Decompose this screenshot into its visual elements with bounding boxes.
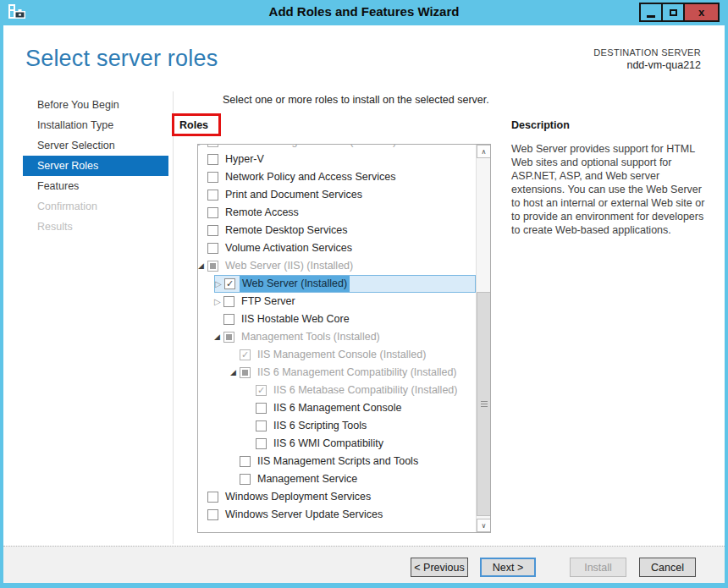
- tree-item-label: Windows Server Update Services: [223, 507, 385, 523]
- tree-row-body: Windows Server Update Services: [198, 506, 476, 524]
- checkbox-checked[interactable]: ✓: [224, 278, 235, 289]
- scroll-up-button[interactable]: ∧: [477, 145, 491, 158]
- tree-row-management-tools-installed[interactable]: ◢Management Tools (Installed): [198, 328, 476, 346]
- checkbox-unchecked[interactable]: [207, 509, 218, 520]
- indent-spacer: [198, 293, 214, 310]
- collapsed-triangle-icon[interactable]: ▷: [198, 144, 207, 151]
- tree-row-network-policy-and-access-services[interactable]: Network Policy and Access Services: [198, 168, 476, 186]
- tree-row-body: IIS Hostable Web Core: [214, 310, 476, 328]
- tree-row-file-and-storage-services-installed[interactable]: ▷File And Storage Services (Installed): [198, 144, 476, 151]
- tree-item-label: Volume Activation Services: [223, 240, 355, 256]
- checkbox-unchecked[interactable]: [207, 243, 218, 254]
- expanded-triangle-icon[interactable]: ◢: [230, 364, 240, 382]
- cancel-button[interactable]: Cancel: [639, 558, 696, 577]
- tree-item-label: Web Server (IIS) (Installed): [223, 258, 356, 274]
- checkbox-indeterminate[interactable]: [223, 332, 234, 343]
- checkbox-unchecked[interactable]: [256, 420, 267, 431]
- tree-row-management-service[interactable]: Management Service: [198, 470, 476, 488]
- tree-row-iis-management-scripts-and-tools[interactable]: IIS Management Scripts and Tools: [198, 453, 476, 470]
- checkbox-unchecked[interactable]: [256, 438, 267, 449]
- collapsed-triangle-icon[interactable]: ▷: [214, 293, 223, 310]
- tree-item-label: IIS Hostable Web Core: [239, 311, 352, 327]
- sidebar-item-before-you-begin[interactable]: Before You Begin: [23, 95, 168, 115]
- tree-row-iis-management-console-installed[interactable]: ✓IIS Management Console (Installed): [198, 346, 476, 364]
- sidebar-item-server-selection[interactable]: Server Selection: [23, 135, 168, 156]
- tree-item-label: IIS 6 Scripting Tools: [271, 418, 369, 434]
- tree-row-volume-activation-services[interactable]: Volume Activation Services: [198, 239, 476, 257]
- footer-bar: < Previous Next > Install Cancel: [3, 546, 725, 583]
- indent-spacer: [198, 382, 246, 399]
- checkbox-unchecked[interactable]: [240, 456, 251, 467]
- expanded-triangle-icon[interactable]: ◢: [214, 328, 223, 346]
- tree-row-iis-6-wmi-compatibility[interactable]: IIS 6 WMI Compatibility: [198, 435, 476, 453]
- titlebar[interactable]: Add Roles and Features Wizard x: [0, 0, 728, 25]
- tree-item-label: Hyper-V: [223, 151, 267, 168]
- tree-row-body: Hyper-V: [198, 151, 476, 168]
- tree-row-iis-6-scripting-tools[interactable]: IIS 6 Scripting Tools: [198, 417, 476, 435]
- tree-row-iis-6-metabase-compatibility-installed[interactable]: ✓IIS 6 Metabase Compatibility (Installed…: [198, 382, 476, 399]
- wizard-client-area: Select server roles DESTINATION SERVER n…: [3, 25, 725, 583]
- tree-row-web-server-iis-installed[interactable]: ◢Web Server (IIS) (Installed): [198, 257, 476, 275]
- checkbox-indeterminate[interactable]: [240, 367, 251, 378]
- minimize-button[interactable]: [639, 3, 663, 22]
- tree-row-ftp-server[interactable]: ▷FTP Server: [198, 293, 476, 310]
- tree-row-web-server-installed[interactable]: ▷✓Web Server (Installed): [198, 275, 476, 293]
- tree-row-body: ▷✓Web Server (Installed): [214, 275, 476, 293]
- sidebar-item-results: Results: [23, 217, 168, 237]
- tree-row-iis-hostable-web-core[interactable]: IIS Hostable Web Core: [198, 310, 476, 328]
- tree-row-body: Windows Deployment Services: [198, 488, 476, 506]
- scrollbar-thumb[interactable]: [477, 292, 491, 516]
- checkbox-unchecked[interactable]: [240, 474, 251, 485]
- next-button[interactable]: Next >: [480, 558, 536, 577]
- window-controls: x: [641, 3, 720, 22]
- collapsed-triangle-icon[interactable]: ▷: [215, 275, 224, 293]
- checkbox-unchecked[interactable]: [223, 314, 234, 325]
- checkbox-unchecked[interactable]: [207, 492, 218, 503]
- tree-row-body: ▷File And Storage Services (Installed): [198, 144, 476, 151]
- previous-button[interactable]: < Previous: [411, 558, 468, 577]
- tree-row-windows-server-update-services[interactable]: Windows Server Update Services: [198, 506, 476, 524]
- tree-row-iis-6-management-compatibility-installed[interactable]: ◢IIS 6 Management Compatibility (Install…: [198, 364, 476, 382]
- checkbox-checked-disabled[interactable]: ✓: [256, 385, 267, 396]
- install-button[interactable]: Install: [570, 558, 626, 577]
- maximize-button[interactable]: [661, 3, 685, 22]
- checkbox-indeterminate[interactable]: [207, 261, 218, 272]
- tree-row-remote-access[interactable]: Remote Access: [198, 204, 476, 222]
- checkbox-unchecked[interactable]: [207, 207, 218, 218]
- tree-row-body: Volume Activation Services: [198, 239, 476, 257]
- checkbox-unchecked[interactable]: [223, 296, 234, 307]
- tree-row-body: IIS 6 Scripting Tools: [246, 417, 476, 435]
- tree-row-remote-desktop-services[interactable]: Remote Desktop Services: [198, 222, 476, 239]
- tree-item-label: Network Policy and Access Services: [223, 169, 398, 185]
- checkbox-unchecked[interactable]: [207, 190, 218, 201]
- close-button[interactable]: x: [683, 3, 720, 22]
- roles-list-box: ▷File And Storage Services (Installed)Hy…: [197, 144, 491, 533]
- scroll-down-button[interactable]: ∨: [477, 519, 491, 532]
- indent-spacer: [198, 346, 230, 364]
- scrollbar[interactable]: ∧ ∨: [476, 145, 490, 532]
- sidebar-item-installation-type[interactable]: Installation Type: [23, 115, 168, 135]
- instruction-text: Select one or more roles to install on t…: [223, 94, 489, 106]
- tree-row-body: ◢Web Server (IIS) (Installed): [198, 257, 476, 275]
- checkbox-unchecked[interactable]: [207, 154, 218, 165]
- tree-row-hyper-v[interactable]: Hyper-V: [198, 151, 476, 168]
- checkbox-unchecked[interactable]: [256, 403, 267, 414]
- sidebar-item-features[interactable]: Features: [23, 176, 168, 196]
- scrollbar-grip-icon: [481, 401, 488, 407]
- tree-item-label: Management Service: [255, 471, 360, 487]
- checkbox-unchecked[interactable]: [207, 172, 218, 183]
- tree-row-iis-6-management-console[interactable]: IIS 6 Management Console: [198, 399, 476, 417]
- indent-spacer: [198, 328, 214, 346]
- tree-row-print-and-document-services[interactable]: Print and Document Services: [198, 186, 476, 204]
- checkbox-indeterminate[interactable]: [207, 144, 218, 147]
- indent-spacer: [198, 275, 214, 293]
- minimize-icon: [647, 15, 655, 18]
- tree-item-label: File And Storage Services (Installed): [223, 144, 399, 150]
- checkbox-checked-disabled[interactable]: ✓: [240, 349, 251, 360]
- description-text: Web Server provides support for HTML Web…: [511, 142, 713, 237]
- expanded-triangle-icon[interactable]: ◢: [198, 257, 207, 275]
- checkbox-unchecked[interactable]: [207, 225, 218, 236]
- tree-row-windows-deployment-services[interactable]: Windows Deployment Services: [198, 488, 476, 506]
- destination-server-label: DESTINATION SERVER: [593, 47, 701, 58]
- sidebar-item-server-roles[interactable]: Server Roles: [23, 156, 168, 176]
